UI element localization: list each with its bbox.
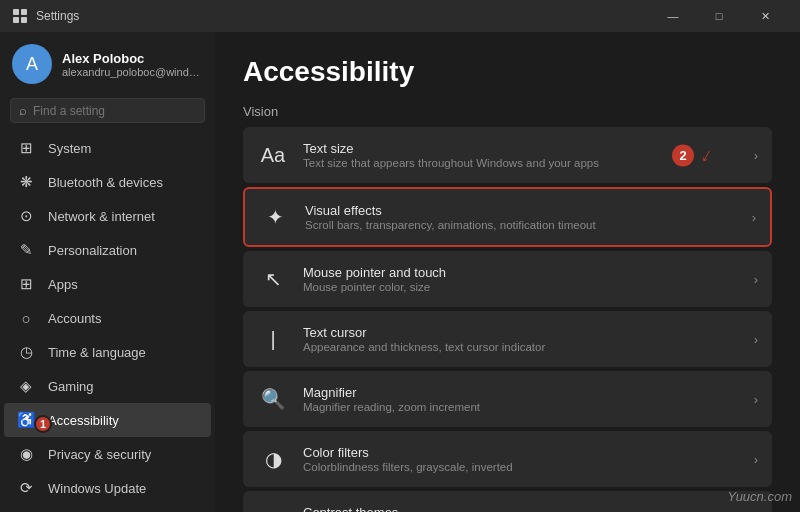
- contrast-themes-icon: ◐: [257, 503, 289, 512]
- titlebar: Settings — □ ✕: [0, 0, 800, 32]
- sidebar-item-windows-update[interactable]: ⟳Windows Update: [4, 471, 211, 505]
- settings-item-contrast-themes[interactable]: ◐Contrast themesColor themes for low vis…: [243, 491, 772, 512]
- bluetooth-icon: ❋: [16, 172, 36, 192]
- contrast-themes-title: Contrast themes: [303, 505, 740, 512]
- search-icon: ⌕: [19, 103, 27, 118]
- settings-item-magnifier[interactable]: 🔍MagnifierMagnifier reading, zoom increm…: [243, 371, 772, 427]
- svg-rect-1: [21, 9, 27, 15]
- mouse-pointer-icon: ↖: [257, 263, 289, 295]
- accessibility-badge: 1: [34, 415, 52, 433]
- watermark: Yuucn.com: [727, 489, 792, 504]
- settings-item-mouse-pointer[interactable]: ↖Mouse pointer and touchMouse pointer co…: [243, 251, 772, 307]
- sidebar-item-time[interactable]: ◷Time & language: [4, 335, 211, 369]
- text-size-icon: Aa: [257, 139, 289, 171]
- minimize-button[interactable]: —: [650, 0, 696, 32]
- text-cursor-icon: |: [257, 323, 289, 355]
- settings-list: AaText sizeText size that appears throug…: [243, 127, 772, 512]
- sidebar-item-personalization[interactable]: ✎Personalization: [4, 233, 211, 267]
- sidebar-item-label-privacy: Privacy & security: [48, 447, 151, 462]
- sidebar-item-label-accessibility: Accessibility: [48, 413, 119, 428]
- sidebar-item-label-apps: Apps: [48, 277, 78, 292]
- network-icon: ⊙: [16, 206, 36, 226]
- system-icon: ⊞: [16, 138, 36, 158]
- maximize-button[interactable]: □: [696, 0, 742, 32]
- svg-rect-0: [13, 9, 19, 15]
- titlebar-title: Settings: [36, 9, 650, 23]
- accessibility-icon: ♿: [16, 410, 36, 430]
- text-cursor-chevron: ›: [754, 332, 758, 347]
- window-controls: — □ ✕: [650, 0, 788, 32]
- mouse-pointer-chevron: ›: [754, 272, 758, 287]
- sidebar-item-label-gaming: Gaming: [48, 379, 94, 394]
- visual-effects-chevron: ›: [752, 210, 756, 225]
- time-icon: ◷: [16, 342, 36, 362]
- sidebar-item-label-system: System: [48, 141, 91, 156]
- gaming-icon: ◈: [16, 376, 36, 396]
- svg-rect-3: [21, 17, 27, 23]
- settings-item-color-filters[interactable]: ◑Color filtersColorblindness filters, gr…: [243, 431, 772, 487]
- privacy-icon: ◉: [16, 444, 36, 464]
- visual-effects-icon: ✦: [259, 201, 291, 233]
- magnifier-desc: Magnifier reading, zoom increment: [303, 401, 740, 413]
- avatar: A: [12, 44, 52, 84]
- profile-name: Alex Poloboc: [62, 51, 202, 66]
- close-button[interactable]: ✕: [742, 0, 788, 32]
- mouse-pointer-desc: Mouse pointer color, size: [303, 281, 740, 293]
- content-area: Accessibility Vision AaText sizeText siz…: [215, 32, 800, 512]
- color-filters-desc: Colorblindness filters, grayscale, inver…: [303, 461, 740, 473]
- profile-info: Alex Poloboc alexandru_poloboc@windowsre…: [62, 51, 202, 78]
- sidebar-item-system[interactable]: ⊞System: [4, 131, 211, 165]
- sidebar-item-privacy[interactable]: ◉Privacy & security: [4, 437, 211, 471]
- magnifier-chevron: ›: [754, 392, 758, 407]
- text-cursor-desc: Appearance and thickness, text cursor in…: [303, 341, 740, 353]
- sidebar-item-label-personalization: Personalization: [48, 243, 137, 258]
- color-filters-icon: ◑: [257, 443, 289, 475]
- sidebar-item-accounts[interactable]: ○Accounts: [4, 301, 211, 335]
- sidebar-item-gaming[interactable]: ◈Gaming: [4, 369, 211, 403]
- profile-email: alexandru_poloboc@windowsreport....: [62, 66, 202, 78]
- color-filters-chevron: ›: [754, 452, 758, 467]
- page-title: Accessibility: [243, 56, 772, 88]
- profile-section[interactable]: A Alex Poloboc alexandru_poloboc@windows…: [0, 32, 215, 94]
- sidebar-item-label-bluetooth: Bluetooth & devices: [48, 175, 163, 190]
- sidebar-item-accessibility[interactable]: ♿Accessibility1: [4, 403, 211, 437]
- visual-effects-desc: Scroll bars, transparency, animations, n…: [305, 219, 738, 231]
- text-size-chevron: ›: [754, 148, 758, 163]
- sidebar-item-network[interactable]: ⊙Network & internet: [4, 199, 211, 233]
- magnifier-icon: 🔍: [257, 383, 289, 415]
- sidebar-item-label-time: Time & language: [48, 345, 146, 360]
- annotation-2: 2↓: [672, 144, 712, 167]
- svg-rect-2: [13, 17, 19, 23]
- magnifier-title: Magnifier: [303, 385, 740, 400]
- sidebar-item-label-windows-update: Windows Update: [48, 481, 146, 496]
- windows-update-icon: ⟳: [16, 478, 36, 498]
- sidebar-item-label-network: Network & internet: [48, 209, 155, 224]
- color-filters-title: Color filters: [303, 445, 740, 460]
- sidebar: A Alex Poloboc alexandru_poloboc@windows…: [0, 32, 215, 512]
- text-cursor-title: Text cursor: [303, 325, 740, 340]
- search-box[interactable]: ⌕: [10, 98, 205, 123]
- nav-list: ⊞System❋Bluetooth & devices⊙Network & in…: [0, 131, 215, 505]
- settings-item-text-size[interactable]: AaText sizeText size that appears throug…: [243, 127, 772, 183]
- accounts-icon: ○: [16, 308, 36, 328]
- apps-icon: ⊞: [16, 274, 36, 294]
- sidebar-item-apps[interactable]: ⊞Apps: [4, 267, 211, 301]
- settings-item-visual-effects[interactable]: ✦Visual effectsScroll bars, transparency…: [243, 187, 772, 247]
- search-input[interactable]: [33, 104, 196, 118]
- personalization-icon: ✎: [16, 240, 36, 260]
- section-label: Vision: [243, 104, 772, 119]
- sidebar-item-label-accounts: Accounts: [48, 311, 101, 326]
- mouse-pointer-title: Mouse pointer and touch: [303, 265, 740, 280]
- sidebar-item-bluetooth[interactable]: ❋Bluetooth & devices: [4, 165, 211, 199]
- app-icon: [12, 8, 28, 24]
- settings-item-text-cursor[interactable]: |Text cursorAppearance and thickness, te…: [243, 311, 772, 367]
- visual-effects-title: Visual effects: [305, 203, 738, 218]
